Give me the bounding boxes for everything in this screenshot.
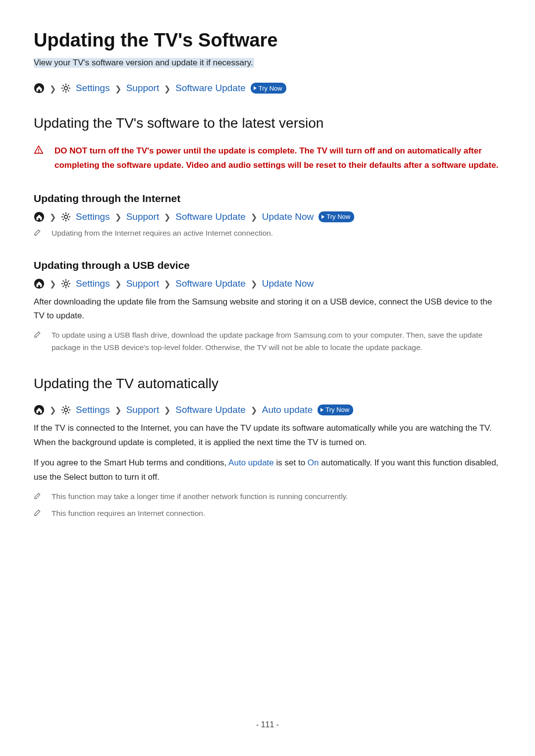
inline-link-on: On <box>308 458 319 467</box>
breadcrumb-software-update[interactable]: Software Update <box>175 278 246 289</box>
chevron-right-icon: ❯ <box>251 405 257 415</box>
text-fragment: If you agree to the Smart Hub terms and … <box>34 458 228 467</box>
auto-body-1: If the TV is connected to the Internet, … <box>34 421 501 450</box>
note-text: To update using a USB flash drive, downl… <box>52 329 501 354</box>
chevron-right-icon: ❯ <box>115 405 121 415</box>
chevron-right-icon: ❯ <box>164 212 170 222</box>
note-text: This function requires an Internet conne… <box>52 507 205 520</box>
note-usb: To update using a USB flash drive, downl… <box>34 329 501 354</box>
chevron-right-icon: ❯ <box>115 212 121 222</box>
breadcrumb-settings[interactable]: Settings <box>76 278 110 289</box>
page-title: Updating the TV's Software <box>34 30 501 51</box>
try-now-button[interactable]: Try Now <box>319 211 354 222</box>
chevron-right-icon: ❯ <box>251 212 257 222</box>
home-icon <box>34 83 45 94</box>
breadcrumb-main: ❯ Settings ❯ Support ❯ Software Update T… <box>34 83 501 94</box>
chevron-right-icon: ❯ <box>50 279 56 289</box>
chevron-right-icon: ❯ <box>115 279 121 289</box>
subsection-heading-usb: Updating through a USB device <box>34 259 501 271</box>
breadcrumb-settings[interactable]: Settings <box>76 404 110 415</box>
breadcrumb-auto: ❯ Settings ❯ Support ❯ Software Update ❯… <box>34 404 501 415</box>
chevron-right-icon: ❯ <box>50 405 56 415</box>
inline-link-auto-update: Auto update <box>228 458 274 467</box>
page-number: - 111 - <box>0 720 535 729</box>
breadcrumb-support[interactable]: Support <box>126 211 160 222</box>
chevron-right-icon: ❯ <box>115 84 121 94</box>
breadcrumb-software-update[interactable]: Software Update <box>175 211 246 222</box>
note-auto-2: This function requires an Internet conne… <box>34 507 501 520</box>
usb-body-text: After downloading the update file from t… <box>34 295 501 324</box>
breadcrumb-settings[interactable]: Settings <box>76 83 110 94</box>
section-heading-latest: Updating the TV's software to the latest… <box>34 115 501 131</box>
try-now-button[interactable]: Try Now <box>251 83 286 94</box>
warning-block: DO NOT turn off the TV's power until the… <box>34 144 501 173</box>
breadcrumb-support[interactable]: Support <box>126 83 160 94</box>
breadcrumb-internet: ❯ Settings ❯ Support ❯ Software Update ❯… <box>34 211 501 222</box>
note-text: This function may take a longer time if … <box>52 491 348 503</box>
breadcrumb-software-update[interactable]: Software Update <box>175 404 246 415</box>
breadcrumb-update-now[interactable]: Update Now <box>262 211 314 222</box>
breadcrumb-settings[interactable]: Settings <box>76 211 110 222</box>
warning-icon <box>34 145 44 155</box>
pencil-icon <box>34 492 42 500</box>
note-auto-1: This function may take a longer time if … <box>34 491 501 503</box>
chevron-right-icon: ❯ <box>164 279 170 289</box>
breadcrumb-support[interactable]: Support <box>126 404 160 415</box>
gear-icon <box>61 83 71 93</box>
home-icon <box>34 211 45 222</box>
gear-icon <box>61 405 71 415</box>
gear-icon <box>61 279 71 289</box>
pencil-icon <box>34 228 42 236</box>
text-fragment: is set to <box>274 458 308 467</box>
breadcrumb-update-now[interactable]: Update Now <box>262 278 314 289</box>
breadcrumb-usb: ❯ Settings ❯ Support ❯ Software Update ❯… <box>34 278 501 289</box>
chevron-right-icon: ❯ <box>251 279 257 289</box>
home-icon <box>34 278 45 289</box>
section-heading-auto: Updating the TV automatically <box>34 376 501 392</box>
pencil-icon <box>34 330 42 338</box>
chevron-right-icon: ❯ <box>50 84 56 94</box>
note-text: Updating from the Internet requires an a… <box>52 227 273 240</box>
chevron-right-icon: ❯ <box>50 212 56 222</box>
subsection-heading-internet: Updating through the Internet <box>34 193 501 204</box>
intro-text: View your TV's software version and upda… <box>34 58 254 68</box>
breadcrumb-support[interactable]: Support <box>126 278 160 289</box>
chevron-right-icon: ❯ <box>164 84 170 94</box>
pencil-icon <box>34 508 42 516</box>
breadcrumb-auto-update[interactable]: Auto update <box>262 404 313 415</box>
try-now-button[interactable]: Try Now <box>318 404 353 415</box>
gear-icon <box>61 212 71 222</box>
home-icon <box>34 404 45 415</box>
warning-text: DO NOT turn off the TV's power until the… <box>54 144 501 173</box>
breadcrumb-software-update[interactable]: Software Update <box>175 83 246 94</box>
note-internet: Updating from the Internet requires an a… <box>34 227 501 240</box>
auto-body-2: If you agree to the Smart Hub terms and … <box>34 456 501 485</box>
chevron-right-icon: ❯ <box>164 405 170 415</box>
